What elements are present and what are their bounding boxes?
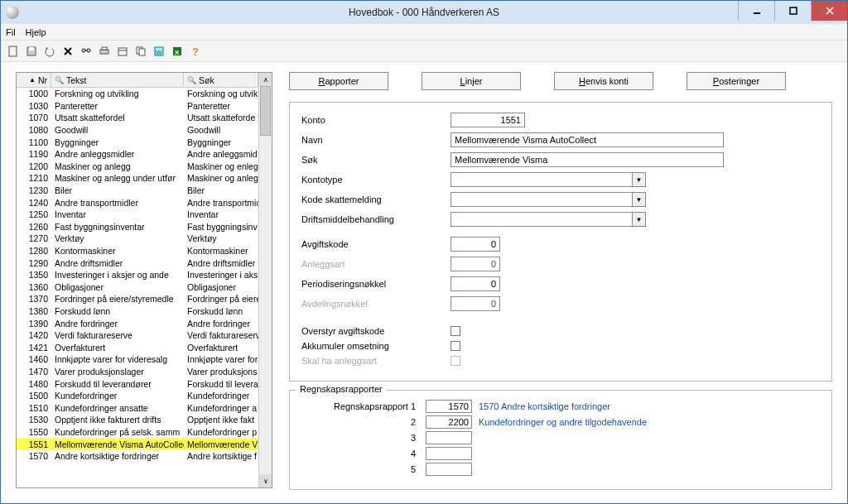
chevron-down-icon[interactable]: ▼ (633, 192, 646, 207)
kontotype-input[interactable] (450, 172, 633, 187)
table-row[interactable]: 1480Forskudd til leverandørerForskudd ti… (17, 377, 272, 390)
kode-skattemelding-combo[interactable]: ▼ (450, 192, 646, 207)
konto-input[interactable] (450, 113, 525, 127)
table-row[interactable]: 1080GoodwillGoodwill (17, 124, 272, 137)
table-row[interactable]: 1250InventarInventar (17, 209, 272, 221)
table-row[interactable]: 1190Andre anleggsmidlerAndre anleggsmid (17, 148, 272, 161)
window-title: Hovedbok - 000 Håndverkeren AS (349, 7, 499, 18)
svg-point-10 (87, 49, 90, 52)
table-row[interactable]: 1380Forskudd lønnForskudd lønn (17, 305, 272, 318)
table-row[interactable]: 1290Andre driftsmidlerAndre driftsmidler (17, 257, 272, 269)
table-row[interactable]: 1200Maskiner og anleggMaskiner og enleg (17, 161, 272, 173)
table-row[interactable]: 1260Fast byggningsinventarFast byggnings… (17, 221, 272, 233)
regnskapsrapport-code-input[interactable] (426, 463, 472, 476)
table-row[interactable]: 1550Kundefordringer på selsk. sammKundef… (17, 426, 272, 439)
col-header-sok[interactable]: 🔍Søk (184, 73, 258, 87)
avdelingsnokkel-label: Avdelingsnøkkel (301, 299, 450, 309)
cell-tekst: Opptjent ikke fakturert drifts (51, 415, 184, 425)
cell-nr: 1270 (17, 233, 51, 243)
table-row[interactable]: 1240Andre transportmidlerAndre transport… (17, 196, 272, 209)
table-row[interactable]: 1570Andre kortsiktige fordringerAndre ko… (17, 450, 272, 463)
print-icon[interactable] (97, 44, 112, 59)
undo-icon[interactable] (42, 44, 57, 59)
kontotype-combo[interactable]: ▼ (450, 172, 646, 187)
delete-icon[interactable] (60, 44, 75, 59)
find-icon[interactable] (79, 44, 94, 59)
table-row[interactable]: 1421OverfakturertOverfakturert (17, 341, 272, 353)
new-icon[interactable] (6, 44, 21, 59)
regnskapsrapport-code-input[interactable] (426, 400, 472, 413)
menu-help[interactable]: Hjelp (26, 27, 46, 37)
table-row[interactable]: 1470Varer produksjonslagerVarer produksj… (17, 366, 272, 378)
overstyr-avgiftskode-checkbox[interactable] (450, 326, 460, 336)
cell-nr: 1530 (17, 415, 51, 425)
vertical-scrollbar[interactable]: ∧ ∨ (258, 73, 272, 487)
table-row[interactable]: 1350Investeringer i aksjer og andeInvest… (17, 269, 272, 281)
navn-input[interactable] (450, 132, 724, 147)
svg-rect-4 (9, 46, 17, 56)
regnskapsrapport-link[interactable]: 1570 Andre kortsiktige fordringer (472, 401, 610, 411)
cell-nr: 1390 (17, 319, 51, 329)
periodiseringsnokkel-input[interactable] (450, 276, 500, 291)
rapporter-button[interactable]: Rapporter (289, 72, 388, 90)
wizard-icon[interactable]: W (152, 44, 166, 59)
regnskapsrapport-code-input[interactable] (426, 447, 472, 460)
scroll-down-icon[interactable]: ∨ (259, 474, 272, 487)
regnskapsrapport-row: 4 (301, 446, 820, 461)
table-row[interactable]: 1460Innkjøpte varer for videresalgInnkjø… (17, 353, 272, 366)
excel-icon[interactable]: X (170, 44, 185, 59)
maximize-button[interactable] (774, 1, 811, 21)
minimize-button[interactable] (738, 1, 774, 21)
chevron-down-icon[interactable]: ▼ (633, 172, 646, 187)
sok-input[interactable] (450, 152, 724, 167)
akkumuler-omsetning-checkbox[interactable] (450, 341, 460, 351)
cell-nr: 1250 (17, 209, 51, 219)
table-row[interactable]: 1210Maskiner og anlegg under utførMaskin… (17, 172, 272, 185)
chevron-down-icon[interactable]: ▼ (633, 212, 646, 227)
table-row[interactable]: 1500KundefordringerKundefordringer (17, 390, 272, 402)
save-icon[interactable] (24, 44, 39, 59)
table-row[interactable]: 1420Verdi fakturareserveVerdi fakturares… (17, 329, 272, 342)
regnskapsrapport-code-input[interactable] (426, 431, 472, 444)
avgiftskode-input[interactable] (450, 237, 500, 252)
copy-icon[interactable] (133, 44, 148, 59)
scroll-up-icon[interactable]: ∧ (259, 73, 272, 86)
cell-nr: 1260 (17, 222, 51, 232)
table-row[interactable]: 1390Andre fordringerAndre fordringer (17, 317, 272, 329)
app-icon (6, 6, 19, 19)
table-row[interactable]: 1230BilerBiler (17, 185, 272, 197)
close-button[interactable] (811, 1, 847, 21)
table-row[interactable]: 1510Kundefordringer ansatteKundefordring… (17, 401, 272, 414)
search-icon: 🔍 (55, 76, 64, 84)
table-row[interactable]: 1551Mellomværende Visma AutoCollecMellom… (17, 438, 272, 450)
table-row[interactable]: 1100ByggningerByggninger (17, 136, 272, 148)
menu-file[interactable]: Fil (6, 27, 16, 37)
henvis-konti-button[interactable]: Henvis konti (554, 72, 653, 90)
regnskapsrapport-link[interactable]: Kundefordringer og andre tilgodehavende (472, 417, 647, 427)
cell-tekst: Inventar (51, 209, 184, 219)
regnskapsrapport-label: Regnskapsrapport 1 (301, 401, 426, 411)
cell-tekst: Innkjøpte varer for videresalg (51, 354, 184, 364)
driftsmiddel-input[interactable] (450, 212, 633, 227)
driftsmiddel-combo[interactable]: ▼ (450, 212, 646, 227)
anleggsart-input (450, 257, 500, 271)
linjer-button[interactable]: Linjer (422, 72, 521, 90)
scroll-thumb[interactable] (260, 86, 271, 136)
table-row[interactable]: 1360ObligasjonerObligasjoner (17, 281, 272, 294)
table-row[interactable]: 1070Utsatt skattefordelUtsatt skatteford… (17, 112, 272, 124)
regnskapsrapport-code-input[interactable] (426, 415, 472, 429)
table-row[interactable]: 1280KontormaskinerKontormaskiner (17, 245, 272, 257)
table-row[interactable]: 1030PanteretterPanteretter (17, 100, 272, 113)
col-header-nr[interactable]: ▲Nr (17, 73, 51, 87)
table-row[interactable]: 1530Opptjent ikke fakturert driftsOpptje… (17, 414, 272, 426)
table-row[interactable]: 1270VerktøyVerktøy (17, 233, 272, 245)
help-icon[interactable]: ? (188, 44, 203, 59)
grid-body[interactable]: 1000Forskning og utviklingForskning og u… (17, 88, 272, 487)
posteringer-button[interactable]: Posteringer (687, 72, 786, 90)
window-controls (738, 1, 847, 21)
col-header-tekst[interactable]: 🔍Tekst (51, 73, 184, 87)
kode-skattemelding-input[interactable] (450, 192, 633, 207)
table-row[interactable]: 1370Fordringer på eiere/styremedleFordri… (17, 293, 272, 305)
calendar-icon[interactable] (115, 44, 130, 59)
table-row[interactable]: 1000Forskning og utviklingForskning og u… (17, 88, 272, 100)
